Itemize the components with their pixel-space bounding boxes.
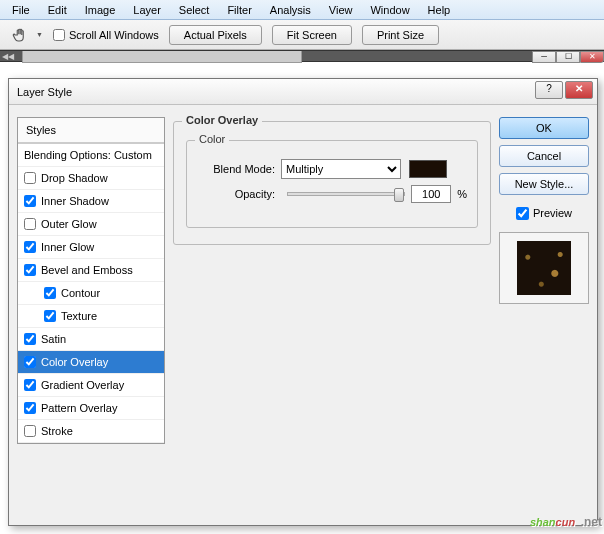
tab-scroll-left-icon[interactable]: ◀◀ [2,52,14,61]
effect-checkbox[interactable] [24,402,36,414]
color-swatch[interactable] [409,160,447,178]
effect-row-pattern-overlay[interactable]: Pattern Overlay [18,397,164,420]
opacity-label: Opacity: [197,188,281,200]
effect-checkbox[interactable] [24,333,36,345]
menu-help[interactable]: Help [420,2,459,18]
effect-row-stroke[interactable]: Stroke [18,420,164,443]
dialog-close-icon[interactable]: ✕ [565,81,593,99]
effect-checkbox[interactable] [24,218,36,230]
hand-tool-icon[interactable]: ▼ [12,26,43,44]
actual-pixels-button[interactable]: Actual Pixels [169,25,262,45]
options-bar: ▼ Scroll All Windows Actual Pixels Fit S… [0,20,604,50]
effect-label: Inner Glow [41,241,94,253]
menu-filter[interactable]: Filter [219,2,259,18]
effect-label: Satin [41,333,66,345]
dialog-help-icon[interactable]: ? [535,81,563,99]
dialog-titlebar[interactable]: Layer Style ? ✕ [9,79,597,105]
blend-mode-select[interactable]: Multiply [281,159,401,179]
print-size-button[interactable]: Print Size [362,25,439,45]
effect-checkbox[interactable] [24,195,36,207]
effect-row-bevel-and-emboss[interactable]: Bevel and Emboss [18,259,164,282]
opacity-value[interactable]: 100 [411,185,451,203]
effect-label: Bevel and Emboss [41,264,133,276]
effect-label: Contour [61,287,100,299]
effect-label: Stroke [41,425,73,437]
effect-checkbox[interactable] [24,425,36,437]
effect-label: Color Overlay [41,356,108,368]
effect-row-satin[interactable]: Satin [18,328,164,351]
ok-button[interactable]: OK [499,117,589,139]
effect-row-color-overlay[interactable]: Color Overlay [18,351,164,374]
document-tab[interactable] [22,51,302,63]
menu-edit[interactable]: Edit [40,2,75,18]
watermark: shancun .net [530,506,602,532]
dialog-title: Layer Style [17,86,72,98]
preview-thumbnail [517,241,571,295]
fit-screen-button[interactable]: Fit Screen [272,25,352,45]
effect-label: Inner Shadow [41,195,109,207]
doc-close-icon[interactable]: ✕ [580,51,604,63]
effect-row-contour[interactable]: Contour [18,282,164,305]
effect-label: Outer Glow [41,218,97,230]
effect-row-texture[interactable]: Texture [18,305,164,328]
doc-minimize-icon[interactable]: ─ [532,51,556,63]
scroll-all-checkbox[interactable]: Scroll All Windows [53,29,159,41]
menu-analysis[interactable]: Analysis [262,2,319,18]
menu-layer[interactable]: Layer [125,2,169,18]
effect-label: Pattern Overlay [41,402,117,414]
effect-checkbox[interactable] [24,379,36,391]
effect-label: Drop Shadow [41,172,108,184]
panel-title: Color Overlay [182,114,262,126]
effect-checkbox[interactable] [24,241,36,253]
blending-options-row[interactable]: Blending Options: Custom [18,143,164,167]
effect-checkbox[interactable] [24,264,36,276]
effect-checkbox[interactable] [24,172,36,184]
menu-select[interactable]: Select [171,2,218,18]
opacity-unit: % [457,188,467,200]
opacity-slider[interactable] [287,192,405,196]
preview-thumbnail-box [499,232,589,304]
slider-thumb[interactable] [394,188,404,202]
menu-view[interactable]: View [321,2,361,18]
document-tab-bar: ◀◀ ─ ☐ ✕ [0,50,604,62]
effect-row-inner-glow[interactable]: Inner Glow [18,236,164,259]
effect-checkbox[interactable] [24,356,36,368]
menu-window[interactable]: Window [362,2,417,18]
menu-image[interactable]: Image [77,2,124,18]
menu-bar: File Edit Image Layer Select Filter Anal… [0,0,604,20]
layer-style-dialog: Layer Style ? ✕ Styles Blending Options:… [8,78,598,526]
tool-dropdown-icon[interactable]: ▼ [36,31,43,38]
effect-row-inner-shadow[interactable]: Inner Shadow [18,190,164,213]
new-style-button[interactable]: New Style... [499,173,589,195]
preview-label: Preview [533,207,572,220]
styles-header[interactable]: Styles [18,118,164,143]
blend-mode-label: Blend Mode: [197,163,281,175]
effect-row-drop-shadow[interactable]: Drop Shadow [18,167,164,190]
preview-checkbox[interactable] [516,207,529,220]
menu-file[interactable]: File [4,2,38,18]
effect-label: Gradient Overlay [41,379,124,391]
effect-label: Texture [61,310,97,322]
cancel-button[interactable]: Cancel [499,145,589,167]
color-overlay-panel: Color Overlay Color Blend Mode: Multiply… [173,121,491,245]
doc-maximize-icon[interactable]: ☐ [556,51,580,63]
effect-checkbox[interactable] [44,310,56,322]
color-group-title: Color [195,133,229,145]
effect-row-gradient-overlay[interactable]: Gradient Overlay [18,374,164,397]
effect-row-outer-glow[interactable]: Outer Glow [18,213,164,236]
styles-list: Styles Blending Options: Custom Drop Sha… [17,117,165,444]
effect-checkbox[interactable] [44,287,56,299]
